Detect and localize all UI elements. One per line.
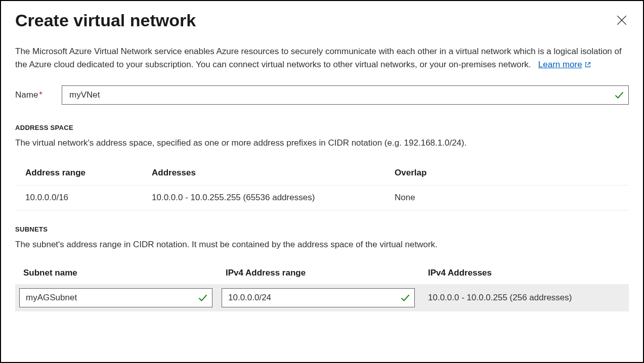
cell-address-range: 10.0.0.0/16 [15, 185, 142, 210]
subnet-range-input[interactable] [227, 292, 397, 303]
subnet-addresses-cell: 10.0.0.0 - 10.0.0.255 (256 addresses) [424, 293, 624, 303]
panel-header: Create virtual network [15, 10, 629, 31]
col-subnet-range: IPv4 Address range [218, 262, 420, 284]
address-space-section: ADDRESS SPACE The virtual network's addr… [15, 124, 629, 210]
external-link-icon [584, 61, 591, 68]
learn-more-link[interactable]: Learn more [538, 58, 591, 71]
name-label-text: Name [15, 90, 38, 100]
name-input[interactable] [68, 89, 610, 101]
checkmark-icon [198, 293, 208, 303]
learn-more-label: Learn more [538, 58, 582, 71]
description-text: The Microsoft Azure Virtual Network serv… [15, 47, 622, 69]
table-row: 10.0.0.0/16 10.0.0.0 - 10.0.255.255 (655… [15, 185, 629, 210]
cell-overlap: None [384, 185, 629, 210]
required-asterisk: * [39, 90, 42, 100]
subnet-name-input-wrap [19, 288, 212, 307]
subnets-heading: SUBNETS [15, 225, 629, 233]
subnet-name-input[interactable] [25, 292, 195, 303]
create-vnet-panel: Create virtual network The Microsoft Azu… [0, 0, 644, 363]
col-overlap: Overlap [384, 161, 629, 186]
name-input-wrap [62, 85, 629, 105]
checkmark-icon [614, 90, 624, 100]
table-row: 10.0.0.0 - 10.0.0.255 (256 addresses) [15, 284, 629, 311]
col-subnet-name: Subnet name [15, 262, 218, 284]
subnet-range-input-wrap [222, 288, 415, 307]
subnets-description: The subnet's address range in CIDR notat… [15, 238, 629, 251]
checkmark-icon [400, 293, 410, 303]
name-field-row: Name* [15, 85, 629, 105]
col-subnet-addresses: IPv4 Addresses [420, 262, 629, 284]
col-addresses: Addresses [142, 161, 384, 186]
close-button[interactable] [615, 13, 629, 29]
address-space-heading: ADDRESS SPACE [15, 124, 629, 131]
page-title: Create virtual network [15, 10, 196, 31]
address-space-table: Address range Addresses Overlap 10.0.0.0… [15, 161, 629, 210]
subnets-table: Subnet name IPv4 Address range IPv4 Addr… [15, 262, 629, 311]
address-space-description: The virtual network's address space, spe… [15, 137, 629, 150]
cell-addresses: 10.0.0.0 - 10.0.255.255 (65536 addresses… [142, 185, 384, 210]
subnets-section: SUBNETS The subnet's address range in CI… [15, 225, 629, 312]
col-address-range: Address range [15, 161, 142, 186]
name-label: Name* [15, 90, 55, 100]
panel-description: The Microsoft Azure Virtual Network serv… [15, 45, 629, 72]
close-icon [617, 15, 627, 25]
